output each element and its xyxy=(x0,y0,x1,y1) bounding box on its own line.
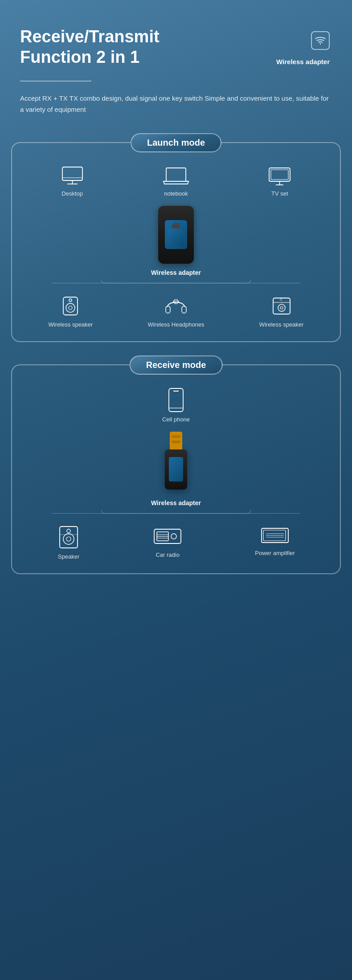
desktop-icon xyxy=(60,165,85,187)
top-devices-row: Desktop notebook TV set xyxy=(21,165,331,197)
center-product-launch: Wireless adapter xyxy=(21,206,331,276)
svg-point-32 xyxy=(171,534,176,539)
svg-point-13 xyxy=(69,299,72,302)
svg-text:+: + xyxy=(174,301,176,305)
receive-mode-section: Receive mode Cell phone xyxy=(11,364,341,574)
wireless-adapter-label: Wireless adapter xyxy=(276,58,330,65)
device-speaker: Speaker xyxy=(57,525,80,560)
usb-body xyxy=(165,449,187,490)
device-notebook: notebook xyxy=(163,165,189,197)
bottom-devices-receive: Speaker Car radio xyxy=(21,525,331,560)
launch-divider xyxy=(52,283,300,283)
svg-point-27 xyxy=(66,537,71,541)
big-speaker-icon xyxy=(57,525,80,550)
device-tv: TV set xyxy=(267,165,292,197)
device-power-amplifier: Power amplifier xyxy=(255,525,295,556)
wireless-speaker-right-label: Wireless speaker xyxy=(259,321,304,328)
power-amplifier-label: Power amplifier xyxy=(255,550,295,556)
desktop-label: Desktop xyxy=(61,190,83,197)
receive-mode-title: Receive mode xyxy=(146,360,206,370)
tv-icon xyxy=(267,165,292,187)
description-text: Accept RX + TX TX combo design, dual sig… xyxy=(20,93,332,115)
launch-mode-section: Launch mode Desktop notebook xyxy=(11,142,341,342)
svg-point-11 xyxy=(66,303,75,312)
device-desktop: Desktop xyxy=(60,165,85,197)
speaker-right-icon: ♫ xyxy=(270,294,293,318)
svg-rect-5 xyxy=(166,168,186,181)
device-wireless-speaker-right: ♫ Wireless speaker xyxy=(259,294,304,328)
tv-label: TV set xyxy=(271,190,288,197)
svg-text:♫: ♫ xyxy=(279,297,282,302)
launch-mode-title: Launch mode xyxy=(147,138,205,147)
svg-point-26 xyxy=(63,534,74,544)
wireless-speaker-left-label: Wireless speaker xyxy=(49,321,93,328)
svg-point-28 xyxy=(67,529,70,533)
svg-point-19 xyxy=(278,304,285,311)
product-screen xyxy=(165,220,187,249)
notebook-icon xyxy=(163,165,189,187)
launch-mode-box: Launch mode Desktop notebook xyxy=(11,142,341,342)
svg-point-20 xyxy=(280,306,283,309)
svg-point-12 xyxy=(69,306,72,310)
wireless-adapter-label-launch: Wireless adapter xyxy=(151,269,201,276)
svg-rect-1 xyxy=(62,167,82,180)
wireless-adapter-label-receive: Wireless adapter xyxy=(151,499,201,506)
svg-point-0 xyxy=(320,43,321,44)
svg-rect-9 xyxy=(271,170,288,180)
amplifier-icon xyxy=(260,525,290,546)
receive-mode-title-wrapper: Receive mode xyxy=(130,355,223,375)
svg-rect-15 xyxy=(182,306,186,313)
device-headphones: + Wireless Headphones xyxy=(147,294,204,328)
notebook-label: notebook xyxy=(164,190,188,197)
launch-mode-title-wrapper: Launch mode xyxy=(131,133,221,152)
cellphone-label: Cell phone xyxy=(162,416,190,423)
usb-screen xyxy=(169,457,183,482)
speaker-label: Speaker xyxy=(58,553,79,560)
headphones-icon: + xyxy=(163,294,189,318)
wifi-icon xyxy=(311,31,330,50)
wireless-adapter-image-launch xyxy=(158,206,194,264)
svg-rect-14 xyxy=(166,306,170,313)
cellphone-icon xyxy=(167,388,185,412)
bottom-devices-row: Wireless speaker + Wireless Headphones xyxy=(21,294,331,328)
divider xyxy=(20,81,91,82)
device-wireless-speaker-left: Wireless speaker xyxy=(49,294,93,328)
header-section: Receive/Transmit Function 2 in 1 Wireles… xyxy=(0,0,352,142)
car-radio-icon xyxy=(152,525,183,548)
usb-plug xyxy=(170,432,182,449)
receive-divider xyxy=(52,513,300,514)
receive-mode-box: Receive mode Cell phone xyxy=(11,364,341,574)
usb-product xyxy=(160,432,192,494)
svg-rect-25 xyxy=(60,527,78,548)
car-radio-label: Car radio xyxy=(156,551,179,558)
headphones-label: Wireless Headphones xyxy=(147,321,204,328)
speaker-left-icon xyxy=(59,294,82,318)
device-cellphone: Cell phone xyxy=(162,388,190,423)
center-product-receive: Wireless adapter xyxy=(21,432,331,506)
device-car-radio: Car radio xyxy=(152,525,183,558)
top-devices-receive: Cell phone xyxy=(21,388,331,423)
